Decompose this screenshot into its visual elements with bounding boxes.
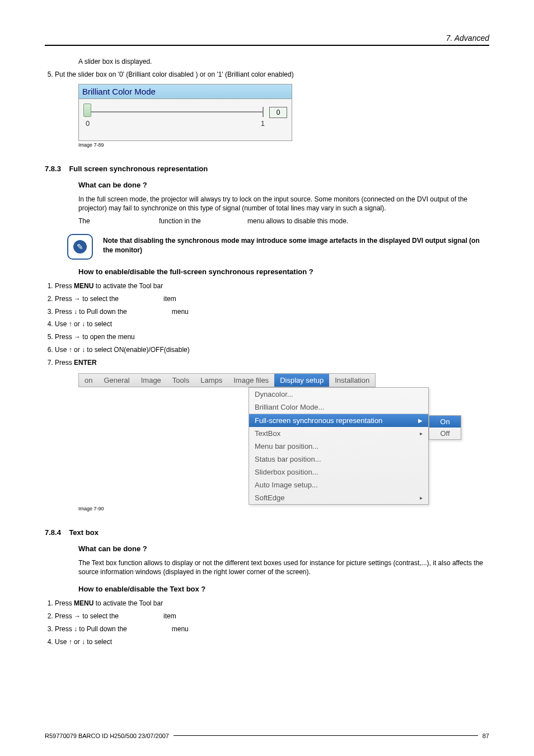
step-783-4: Use ↑ or ↓ to select [55,320,489,329]
step-784-4: Use ↑ or ↓ to select [55,637,489,647]
menu-item-image-files[interactable]: Image files [228,374,274,387]
intro-step-list: Put the slider box on '0' (Brilliant col… [45,70,489,79]
dd-dynacolor[interactable]: Dynacolor... [249,388,428,401]
arrow-right-icon: ▸ [420,430,423,436]
menu-item-installation[interactable]: Installation [329,374,375,387]
menu-item-tools[interactable]: Tools [167,374,195,387]
slider-max: 1 [261,119,265,128]
slider-title: Brilliant Color Mode [79,84,292,99]
how-heading-783: How to enable/disable the full-screen sy… [78,267,489,276]
step-783-6: Use ↑ or ↓ to select ON(enable)/OFF(disa… [55,345,489,355]
menu-item-image[interactable]: Image [135,374,167,387]
step-5: Put the slider box on '0' (Brilliant col… [55,70,489,79]
footer-left: R59770079 BARCO ID H250/500 23/07/2007 [45,732,169,739]
menu-item-display-setup[interactable]: Display setup [274,374,329,387]
note-box: ✎ Note that disabling the synchronous mo… [67,234,489,260]
step-783-5: Press → to open the menu [55,332,489,342]
the-para-783: The function in the menu allows to disab… [78,217,489,226]
step-783-3: Press ↓ to Pull down themenu [55,307,489,317]
menu-item-on[interactable]: on [79,374,98,387]
dd-statusbar-pos[interactable]: Status bar position... [249,453,428,466]
step-784-1: Press MENU to activate the Tool bar [55,599,489,608]
what-para-783: In the full screen mode, the projector w… [78,195,489,214]
intro-line: A slider box is displayed. [78,57,489,67]
submenu-off[interactable]: Off [429,428,461,439]
dropdown-display-setup[interactable]: Dynacolor... Brilliant Color Mode... Ful… [249,387,429,505]
menu-bar[interactable]: on General Image Tools Lamps Image files… [78,373,376,387]
menu-figure: on General Image Tools Lamps Image files… [78,373,489,387]
dd-softedge[interactable]: SoftEdge▸ [249,491,428,504]
step-783-1: Press MENU to activate the Tool bar [55,281,489,291]
note-text: Note that disabling the synchronous mode… [103,234,489,255]
menu-item-lamps[interactable]: Lamps [195,374,228,387]
step-784-2: Press → to select theitem [55,612,489,621]
footer-pagenum: 87 [483,732,489,739]
section-783-heading: 7.8.3 Full screen synchronous representa… [45,165,489,173]
submenu-on[interactable]: On [429,416,461,428]
dd-menubar-pos[interactable]: Menu bar position... [249,440,428,453]
steps-784: Press MENU to activate the Tool bar Pres… [45,599,489,646]
submenu-onoff[interactable]: On Off [429,415,461,440]
what-heading-783: What can be done ? [78,181,489,189]
what-para-784: The Text box function allows to display … [78,558,489,577]
slider-thumb[interactable] [83,104,91,117]
dd-brilliant-color[interactable]: Brilliant Color Mode... [249,401,428,414]
note-icon: ✎ [67,234,93,260]
header-rule [45,45,489,46]
dd-auto-image[interactable]: Auto Image setup... [249,478,428,491]
step-783-7: Press ENTER [55,358,489,368]
what-heading-784: What can be done ? [78,544,489,553]
dd-sliderbox-pos[interactable]: Sliderbox position... [249,466,428,478]
arrow-right-icon: ▸ [420,495,423,501]
page-footer: R59770079 BARCO ID H250/500 23/07/2007 8… [45,732,489,739]
step-784-3: Press ↓ to Pull down themenu [55,624,489,634]
chapter-header: 7. Advanced [45,34,489,43]
menu-item-general[interactable]: General [98,374,135,387]
slider-readout: 0 [269,107,287,118]
arrow-right-icon: ▶ [418,417,423,424]
section-784-heading: 7.8.4 Text box [45,528,489,537]
figure-caption-789: Image 7-89 [78,142,489,148]
step-783-2: Press → to select theitem [55,294,489,304]
how-heading-784: How to enable/disable the Text box ? [78,585,489,593]
slider-min: 0 [86,119,90,128]
steps-783: Press MENU to activate the Tool bar Pres… [45,281,489,368]
slider-body[interactable]: 0 1 0 [79,99,292,140]
dd-fullscreen-sync[interactable]: Full-screen synchronous representation▶ [249,414,428,427]
dd-textbox[interactable]: TextBox▸ [249,427,428,440]
slider-figure: Brilliant Color Mode 0 1 0 [78,84,292,141]
figure-caption-790: Image 7-90 [78,506,489,511]
